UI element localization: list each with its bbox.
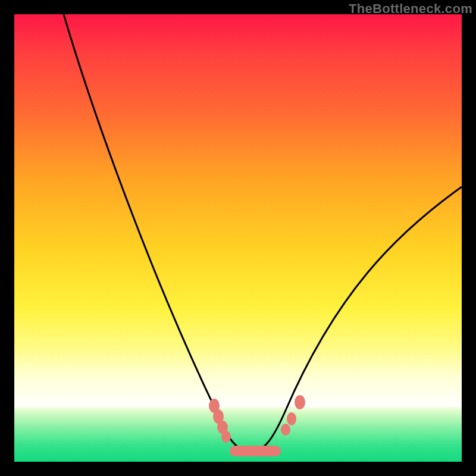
marker-dot <box>281 424 290 436</box>
valley-bar <box>230 446 281 456</box>
marker-dot <box>221 431 231 443</box>
bottleneck-curve <box>14 14 462 462</box>
curve-path <box>64 14 462 452</box>
marker-dot <box>287 412 296 425</box>
marker-dot <box>295 395 305 409</box>
